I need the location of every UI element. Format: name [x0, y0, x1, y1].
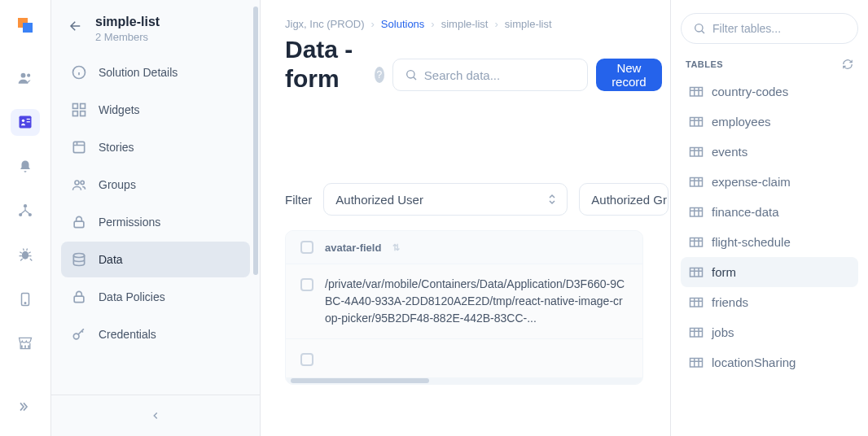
- table-icon: [689, 357, 704, 368]
- table-name: expense-claim: [712, 175, 791, 189]
- table-icon: [689, 327, 704, 338]
- svg-point-1: [27, 74, 30, 77]
- search-icon: [693, 22, 706, 35]
- table-item-country-codes[interactable]: country-codes: [681, 76, 858, 107]
- svg-point-3: [22, 120, 24, 122]
- sidebar-item-groups[interactable]: Groups: [61, 167, 250, 203]
- table-item-finance-data[interactable]: finance-data: [681, 197, 858, 227]
- page-title: Data - form: [285, 35, 362, 94]
- new-record-button[interactable]: New record: [596, 59, 662, 91]
- sidebar-item-stories[interactable]: Stories: [61, 129, 250, 165]
- rail-notifications-icon[interactable]: [11, 154, 40, 180]
- table-icon: [689, 297, 704, 308]
- sidebar-item-label: Data: [99, 253, 123, 266]
- search-icon: [405, 68, 418, 81]
- chevron-right-icon: ›: [371, 18, 375, 30]
- column-header[interactable]: avatar-field: [325, 242, 381, 254]
- svg-rect-4: [27, 119, 30, 120]
- chevron-right-icon: ›: [431, 18, 434, 30]
- breadcrumb-item[interactable]: simple-list: [505, 18, 552, 30]
- sidebar-item-solution-details[interactable]: Solution Details: [61, 54, 250, 90]
- svg-point-9: [22, 251, 28, 259]
- app-logo: [13, 15, 37, 39]
- table-header: avatar-field ⇅: [286, 231, 642, 264]
- table-name: locationSharing: [712, 355, 796, 369]
- table-item-employees[interactable]: employees: [681, 107, 858, 137]
- search-input-wrapper[interactable]: [392, 59, 588, 91]
- svg-rect-18: [73, 111, 78, 116]
- table-item-expense-claim[interactable]: expense-claim: [681, 167, 858, 197]
- table-item-locationSharing[interactable]: locationSharing: [681, 347, 858, 377]
- sidebar-item-data[interactable]: Data: [61, 242, 250, 277]
- table-row[interactable]: /private/var/mobile/Containers/Data/Appl…: [286, 264, 642, 338]
- table-item-form[interactable]: form: [681, 257, 858, 287]
- sidebar: simple-list 2 Members Solution Details W…: [51, 0, 261, 436]
- groups-icon: [71, 177, 87, 193]
- table-row[interactable]: [286, 338, 642, 377]
- filter-select-authorized-user[interactable]: Authorized User: [323, 183, 568, 216]
- rail-store-icon[interactable]: [11, 330, 40, 356]
- svg-rect-12: [21, 345, 23, 347]
- stories-icon: [71, 139, 87, 155]
- info-icon: [71, 64, 87, 81]
- sidebar-item-widgets[interactable]: Widgets: [61, 92, 250, 128]
- rail-expand-icon[interactable]: [11, 392, 40, 421]
- table-item-events[interactable]: events: [681, 137, 858, 167]
- svg-rect-13: [24, 345, 26, 347]
- breadcrumb-item[interactable]: simple-list: [441, 18, 489, 30]
- breadcrumb-solutions[interactable]: Solutions: [381, 18, 424, 30]
- sort-icon[interactable]: ⇅: [392, 242, 400, 253]
- svg-rect-36: [690, 298, 703, 307]
- sidebar-item-label: Credentials: [99, 328, 156, 341]
- table-name: events: [712, 145, 747, 159]
- svg-rect-33: [690, 207, 703, 216]
- table-name: friends: [712, 295, 748, 309]
- sidebar-item-credentials[interactable]: Credentials: [61, 316, 250, 352]
- svg-rect-14: [28, 345, 29, 347]
- data-table: avatar-field ⇅ /private/var/mobile/Conta…: [285, 230, 643, 385]
- svg-point-22: [81, 181, 84, 184]
- filter-tables-wrapper[interactable]: [681, 13, 858, 44]
- svg-rect-35: [690, 268, 703, 277]
- rail-org-icon[interactable]: [11, 198, 40, 224]
- row-checkbox[interactable]: [300, 353, 313, 366]
- table-name: jobs: [712, 325, 734, 339]
- main-content: Jigx, Inc (PROD) › Solutions › simple-li…: [261, 0, 670, 436]
- svg-point-11: [24, 302, 26, 303]
- scrollbar-thumb[interactable]: [291, 378, 429, 383]
- refresh-icon[interactable]: [842, 59, 853, 70]
- help-button[interactable]: ?: [375, 67, 384, 83]
- sidebar-scrollbar[interactable]: [253, 7, 258, 275]
- horizontal-scrollbar[interactable]: [286, 377, 642, 384]
- filter-select-authorized-group[interactable]: Authorized Gr: [579, 183, 669, 216]
- sidebar-item-label: Groups: [99, 178, 136, 191]
- rail-bugs-icon[interactable]: [11, 242, 40, 268]
- filter-tables-input[interactable]: [712, 22, 855, 35]
- database-icon: [71, 251, 87, 268]
- rail-mobile-icon[interactable]: [11, 286, 40, 312]
- rail-users-icon[interactable]: [11, 65, 40, 91]
- table-name: flight-schedule: [712, 235, 791, 249]
- breadcrumb-org[interactable]: Jigx, Inc (PROD): [285, 18, 365, 30]
- rail-solutions-icon[interactable]: [11, 109, 40, 135]
- cell-value: /private/var/mobile/Containers/Data/Appl…: [325, 276, 628, 327]
- table-icon: [689, 267, 704, 278]
- collapse-sidebar-button[interactable]: [51, 395, 260, 436]
- svg-rect-38: [690, 358, 703, 367]
- svg-rect-19: [81, 111, 85, 116]
- select-all-checkbox[interactable]: [300, 241, 313, 254]
- sidebar-item-data-policies[interactable]: Data Policies: [61, 279, 250, 315]
- table-item-friends[interactable]: friends: [681, 287, 858, 317]
- table-item-flight-schedule[interactable]: flight-schedule: [681, 227, 858, 257]
- svg-point-24: [73, 254, 84, 258]
- table-name: finance-data: [712, 205, 779, 219]
- svg-point-26: [73, 334, 79, 339]
- row-checkbox[interactable]: [300, 278, 313, 291]
- table-item-jobs[interactable]: jobs: [681, 317, 858, 347]
- sidebar-item-permissions[interactable]: Permissions: [61, 204, 250, 240]
- search-input[interactable]: [424, 68, 579, 82]
- back-button[interactable]: [66, 16, 85, 36]
- member-count: 2 Members: [95, 31, 160, 43]
- sidebar-item-label: Data Policies: [99, 290, 165, 303]
- lock-icon: [71, 214, 87, 230]
